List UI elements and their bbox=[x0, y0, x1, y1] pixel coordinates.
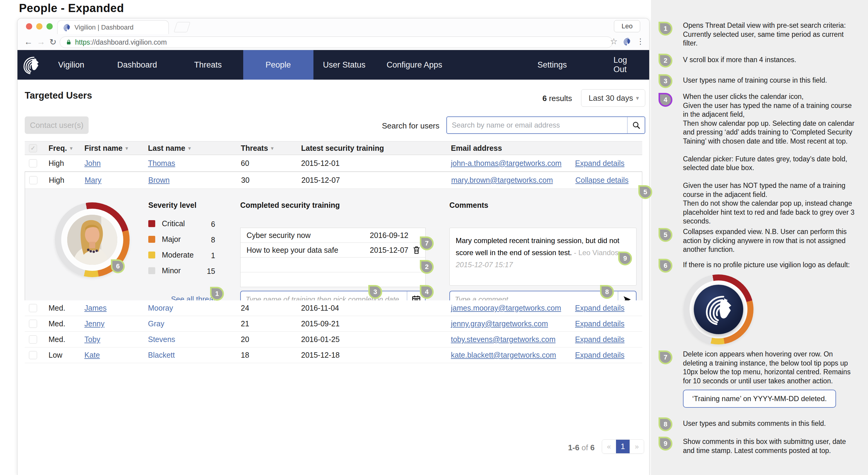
comment-timestamp: 2015-12-07 15:17 bbox=[456, 259, 630, 271]
expand-details-link[interactable]: Expand details bbox=[575, 159, 624, 168]
nav-item-configure-apps[interactable]: Configure Apps bbox=[387, 50, 442, 80]
table-row[interactable]: Low Kate Blackett 18 2015-12-18 kate.bla… bbox=[25, 348, 642, 363]
callout-badge-1: 1 bbox=[210, 287, 224, 301]
email-link[interactable]: james.mooray@targetworks.com bbox=[451, 304, 561, 313]
first-name-link[interactable]: John bbox=[84, 159, 101, 168]
row-checkbox[interactable] bbox=[29, 159, 37, 168]
nav-item-log-out[interactable]: Log Out bbox=[614, 50, 638, 80]
col-header-email: Email address bbox=[451, 142, 502, 155]
email-link[interactable]: toby.stevens@targetworks.com bbox=[451, 335, 555, 344]
window-zoom-button[interactable] bbox=[46, 23, 53, 30]
row-checkbox[interactable] bbox=[29, 176, 37, 184]
first-name-link[interactable]: Toby bbox=[84, 335, 100, 344]
row-checkbox[interactable] bbox=[29, 351, 37, 359]
training-item-empty bbox=[241, 272, 425, 287]
annotation-badge-4: 4 bbox=[658, 93, 673, 107]
window-minimize-button[interactable] bbox=[36, 23, 42, 30]
brand-name: Vigilion bbox=[58, 50, 84, 80]
callout-badge-9: 9 bbox=[618, 251, 632, 265]
annotation-badge-6: 6 bbox=[658, 259, 673, 273]
annotation-badge-3: 3 bbox=[658, 74, 673, 88]
expand-details-link[interactable]: Expand details bbox=[575, 351, 624, 359]
col-header-last[interactable]: Last name▾ bbox=[148, 142, 191, 155]
next-page-button[interactable]: » bbox=[630, 440, 644, 453]
first-name-link[interactable]: James bbox=[84, 304, 107, 313]
row-checkbox[interactable] bbox=[29, 335, 37, 344]
cell-freq: Low bbox=[49, 348, 62, 363]
row-checkbox[interactable] bbox=[29, 320, 37, 328]
expand-details-link[interactable]: Expand details bbox=[575, 319, 624, 328]
table-row[interactable]: High John Thomas 60 2015-12-01 john-a.th… bbox=[25, 155, 642, 172]
browser-tabstrip: Vigilion | Dashboard Leo bbox=[18, 19, 649, 34]
last-name-link[interactable]: Brown bbox=[148, 176, 170, 184]
major-swatch bbox=[148, 236, 155, 243]
cell-threats: 24 bbox=[241, 300, 249, 316]
col-header-first[interactable]: First name▾ bbox=[84, 142, 128, 155]
chevron-down-icon: ▾ bbox=[636, 94, 639, 101]
sort-caret-icon: ▾ bbox=[188, 145, 191, 151]
cell-freq: High bbox=[49, 172, 64, 188]
back-icon[interactable]: ← bbox=[24, 37, 33, 47]
nav-item-settings[interactable]: Settings bbox=[537, 50, 567, 80]
page-heading: Targeted Users bbox=[25, 90, 92, 101]
first-name-link[interactable]: Kate bbox=[84, 351, 100, 359]
forward-icon[interactable]: → bbox=[37, 37, 45, 47]
address-bar[interactable]: https://dashboard.vigilion.com bbox=[60, 36, 613, 48]
expand-details-link[interactable]: Expand details bbox=[575, 335, 624, 344]
cell-freq: Med. bbox=[49, 300, 65, 316]
prev-page-button[interactable]: « bbox=[602, 440, 616, 453]
collapse-details-link[interactable]: Collapse details bbox=[575, 176, 629, 184]
delete-training-icon[interactable] bbox=[412, 245, 421, 255]
nav-item-user-status[interactable]: User Status bbox=[323, 50, 365, 80]
row-checkbox[interactable] bbox=[29, 304, 37, 312]
critical-swatch bbox=[148, 220, 155, 227]
email-link[interactable]: mary.brown@targetworks.com bbox=[451, 176, 553, 184]
annotation-text: Delete icon appears when hovering over r… bbox=[683, 350, 859, 385]
severity-major: Major bbox=[148, 235, 181, 244]
nav-item-people[interactable]: People bbox=[266, 50, 291, 80]
col-header-freq[interactable]: Freq.▾ bbox=[49, 142, 72, 155]
extension-lion-icon[interactable] bbox=[623, 37, 631, 46]
last-name-link[interactable]: Thomas bbox=[148, 159, 175, 168]
browser-profile-button[interactable]: Leo bbox=[614, 20, 640, 32]
window-close-button[interactable] bbox=[26, 23, 32, 30]
table-row[interactable]: Med. Jenny Gray 21 2015-09-21 jenny.gray… bbox=[25, 316, 642, 332]
annotation-panel: 1 Opens Threat Detail view with pre-set … bbox=[651, 0, 868, 475]
nav-item-dashboard[interactable]: Dashboard bbox=[117, 50, 157, 80]
reload-icon[interactable]: ↻ bbox=[50, 37, 56, 47]
avatar bbox=[67, 215, 117, 265]
cell-training: 2016-01-25 bbox=[301, 332, 340, 347]
expand-details-link[interactable]: Expand details bbox=[575, 304, 624, 313]
search-input[interactable] bbox=[447, 117, 627, 133]
last-name-link[interactable]: Blackett bbox=[148, 351, 175, 359]
email-link[interactable]: jenny.gray@targetworks.com bbox=[451, 319, 548, 328]
email-link[interactable]: john-a.thomas@targetworks.com bbox=[451, 159, 561, 168]
first-name-link[interactable]: Mary bbox=[85, 176, 101, 184]
nav-item-threats[interactable]: Threats bbox=[194, 50, 222, 80]
moderate-count: 1 bbox=[198, 251, 215, 260]
cell-training: 2015-12-07 bbox=[301, 172, 340, 188]
annotation-text: User types name of training course in th… bbox=[683, 76, 859, 85]
search-icon bbox=[632, 121, 641, 130]
training-name: Cyber security now bbox=[247, 228, 311, 242]
bookmark-star-icon[interactable]: ☆ bbox=[610, 36, 618, 47]
col-header-threats[interactable]: Threats▾ bbox=[241, 142, 273, 155]
last-name-link[interactable]: Stevens bbox=[148, 335, 175, 344]
annotation-text: User types and submits comments in this … bbox=[683, 419, 859, 428]
email-link[interactable]: kate.blackett@targetworks.com bbox=[451, 351, 556, 359]
table-row-selected[interactable]: High Mary Brown 30 2015-12-07 mary.brown… bbox=[25, 172, 642, 188]
callout-badge-6: 6 bbox=[111, 259, 125, 273]
browser-menu-icon[interactable]: ⋮ bbox=[637, 37, 644, 46]
first-name-link[interactable]: Jenny bbox=[84, 319, 104, 328]
table-row[interactable]: Med. Toby Stevens 20 2016-01-25 toby.ste… bbox=[25, 332, 642, 348]
browser-tab[interactable]: Vigilion | Dashboard bbox=[57, 20, 169, 34]
last-name-link[interactable]: Mooray bbox=[148, 304, 173, 313]
contact-users-button[interactable]: Contact user(s) bbox=[25, 116, 89, 134]
select-all-checkbox[interactable]: ✓ bbox=[29, 144, 37, 152]
new-tab-button[interactable] bbox=[174, 22, 190, 32]
page-1-button[interactable]: 1 bbox=[616, 440, 630, 453]
search-button[interactable] bbox=[627, 117, 645, 133]
time-filter-dropdown[interactable]: Last 30 days ▾ bbox=[581, 89, 645, 107]
table-row[interactable]: Med. James Mooray 24 2016-11-04 james.mo… bbox=[25, 300, 642, 316]
last-name-link[interactable]: Gray bbox=[148, 319, 164, 328]
